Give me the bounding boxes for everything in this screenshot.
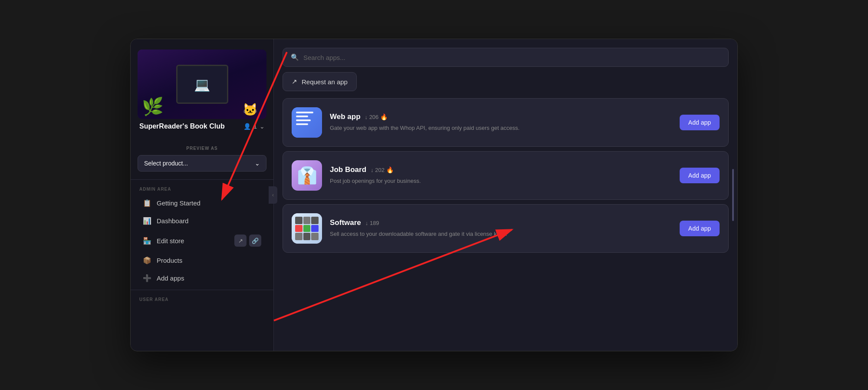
webapp-line-4 (296, 123, 308, 125)
edit-store-label: Edit store (157, 237, 184, 245)
store-banner: 🌿 💻 🐱 (138, 50, 266, 119)
software-info: Software ↓ 189 Sell access to your downl… (330, 218, 672, 238)
web-app-add-button[interactable]: Add app (680, 115, 720, 130)
job-board-add-button[interactable]: Add app (680, 168, 720, 183)
getting-started-icon: 📋 (143, 199, 151, 207)
product-select[interactable]: Select product... ⌄ (138, 155, 266, 172)
dashboard-icon: 📊 (143, 217, 151, 225)
job-board-description: Post job openings for your business. (330, 177, 672, 185)
add-apps-label: Add apps (157, 274, 184, 282)
divider-1 (131, 179, 273, 180)
request-app-button[interactable]: ↗ Request an app (283, 72, 357, 91)
webapp-line-1 (296, 112, 313, 113)
divider-2 (131, 290, 273, 290)
web-app-description: Gate your web app with the Whop API, ens… (330, 124, 672, 132)
getting-started-label: Getting Started (157, 199, 201, 207)
search-icon: 🔍 (291, 53, 299, 61)
job-board-tie-icon: 👔 (292, 160, 322, 191)
banner-scene: 🌿 💻 🐱 (138, 50, 266, 119)
sw-icon-cell-8 (303, 233, 311, 240)
app-card-job-board: 👔 Job Board ↓ 202 🔥 Post job openings fo… (283, 151, 729, 200)
main-content: 🔍 Search apps... ↗ Request an app (274, 39, 737, 351)
software-add-button[interactable]: Add app (680, 221, 720, 236)
web-app-name: Web app (330, 112, 361, 121)
sw-icon-cell-9 (311, 233, 319, 240)
store-name: SuperReader's Book Club (139, 122, 225, 130)
sw-icon-cell-7 (295, 233, 302, 240)
preview-section: PREVIEW AS Select product... ⌄ (131, 141, 273, 177)
software-description: Sell access to your downloadable softwar… (330, 230, 672, 238)
web-app-info: Web app ↓ 206 🔥 Gate your web app with t… (330, 112, 672, 132)
app-window: 🌿 💻 🐱 SuperReader's Book Club 👤 1 ⌄ PREV… (130, 39, 738, 351)
webapp-icon-inner (292, 107, 322, 138)
software-name: Software (330, 218, 361, 227)
job-board-downloads: ↓ 202 🔥 (371, 166, 394, 173)
apps-list: Web app ↓ 206 🔥 Gate your web app with t… (274, 98, 737, 351)
webapp-line-3 (296, 119, 311, 121)
sw-icon-cell-6 (311, 225, 319, 232)
web-app-downloads: ↓ 206 🔥 (365, 113, 388, 120)
scroll-indicator (732, 169, 734, 221)
job-board-info: Job Board ↓ 202 🔥 Post job openings for … (330, 165, 672, 185)
sw-icon-cell-5 (303, 225, 311, 232)
sidebar-item-dashboard[interactable]: 📊 Dashboard (134, 212, 270, 229)
webapp-line-2 (296, 116, 308, 117)
members-icon: 👤 (243, 123, 251, 130)
members-count: 1 (253, 123, 257, 130)
app-card-software: Software ↓ 189 Sell access to your downl… (283, 204, 729, 253)
sidebar-item-add-apps[interactable]: ➕ Add apps (134, 270, 270, 287)
sidebar-item-products[interactable]: 📦 Products (134, 252, 270, 269)
select-chevron-icon: ⌄ (255, 160, 260, 167)
software-icon (292, 213, 322, 244)
store-members-info[interactable]: 👤 1 ⌄ (243, 123, 265, 130)
sw-icon-cell-3 (311, 217, 319, 224)
sidebar-collapse-handle[interactable]: ‹ (269, 186, 277, 204)
sidebar: 🌿 💻 🐱 SuperReader's Book Club 👤 1 ⌄ PREV… (131, 39, 274, 351)
admin-area-label: ADMIN AREA (131, 182, 273, 194)
select-value: Select product... (144, 160, 188, 167)
products-icon: 📦 (143, 256, 151, 264)
request-label: Request an app (302, 78, 348, 86)
job-board-fire-icon: 🔥 (386, 166, 394, 173)
store-title-row: SuperReader's Book Club 👤 1 ⌄ (138, 119, 266, 134)
job-board-title-row: Job Board ↓ 202 🔥 (330, 165, 672, 174)
banner-monitor: 💻 (176, 65, 228, 104)
sw-icon-cell-2 (303, 217, 311, 224)
web-app-icon (292, 107, 322, 138)
app-card-web-app: Web app ↓ 206 🔥 Gate your web app with t… (283, 98, 729, 147)
search-bar[interactable]: 🔍 Search apps... (283, 48, 729, 67)
edit-store-external-button[interactable]: ↗ (234, 235, 247, 247)
sidebar-item-edit-store[interactable]: 🏪 Edit store ↗ 🔗 (134, 230, 270, 251)
dashboard-label: Dashboard (157, 217, 188, 225)
job-board-name: Job Board (330, 165, 366, 174)
sw-icon-cell-4 (295, 225, 302, 232)
webapp-lines (296, 112, 313, 125)
preview-label: PREVIEW AS (138, 146, 266, 151)
edit-store-icon: 🏪 (143, 237, 151, 245)
add-apps-icon: ➕ (143, 274, 151, 282)
search-placeholder: Search apps... (303, 54, 345, 61)
banner-cat-icon: 🐱 (243, 102, 258, 117)
edit-store-link-button[interactable]: 🔗 (249, 235, 261, 247)
banner-plant-icon: 🌿 (142, 96, 164, 117)
edit-store-actions: ↗ 🔗 (234, 235, 261, 247)
sw-icon-cell-1 (295, 217, 302, 224)
products-label: Products (157, 257, 182, 264)
job-board-icon: 👔 (292, 160, 322, 191)
web-app-title-row: Web app ↓ 206 🔥 (330, 112, 672, 121)
sidebar-item-getting-started[interactable]: 📋 Getting Started (134, 195, 270, 212)
software-icon-inner (292, 213, 322, 244)
store-header: 🌿 💻 🐱 SuperReader's Book Club 👤 1 ⌄ (131, 39, 273, 141)
request-icon: ↗ (292, 78, 297, 86)
user-area-label: USER AREA (131, 293, 273, 304)
web-app-fire-icon: 🔥 (380, 113, 388, 120)
software-downloads: ↓ 189 (365, 220, 379, 226)
chevron-down-icon: ⌄ (260, 123, 265, 130)
software-title-row: Software ↓ 189 (330, 218, 672, 227)
